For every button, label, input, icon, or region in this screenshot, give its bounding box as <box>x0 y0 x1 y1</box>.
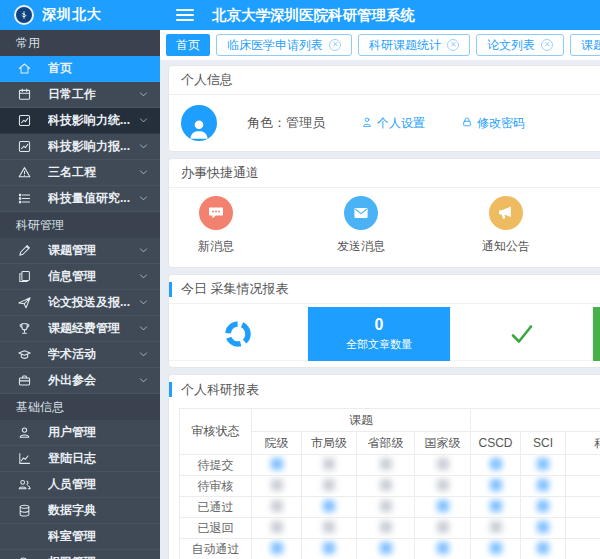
redacted-value <box>437 542 449 554</box>
sidebar-item-学术活动[interactable]: 学术活动 <box>0 342 160 368</box>
sidebar-item-label: 外出参会 <box>48 372 138 389</box>
sidebar-item-外出参会[interactable]: 外出参会 <box>0 368 160 394</box>
redacted-value <box>490 479 502 491</box>
sidebar-item-label: 数据字典 <box>48 502 150 519</box>
link-label: 修改密码 <box>477 115 525 132</box>
sidebar-item-科技影响力统[interactable]: 科技影响力统... <box>0 108 160 134</box>
stat-cell-color[interactable] <box>593 307 600 361</box>
chevron-down-icon <box>138 193 150 204</box>
stat-cell-article-count[interactable]: 0全部文章数量 <box>308 307 451 361</box>
value-cell[interactable] <box>566 518 600 539</box>
quick-item-新消息[interactable]: 新消息 <box>169 196 263 255</box>
sidebar-item-科室管理[interactable]: 科室管理 <box>0 524 160 550</box>
redacted-value <box>537 542 549 554</box>
value-cell[interactable] <box>521 455 566 476</box>
redacted-value <box>271 500 283 512</box>
redacted-value <box>323 521 335 533</box>
redacted-value <box>537 500 549 512</box>
close-tab-icon[interactable]: ✕ <box>447 39 459 51</box>
value-cell[interactable] <box>415 497 471 518</box>
row-label-待审核: 待审核 <box>180 476 252 497</box>
value-cell[interactable] <box>566 539 600 559</box>
redacted-value <box>323 479 335 491</box>
link-label: 个人设置 <box>377 115 425 132</box>
sidebar-item-label: 科技量值研究... <box>48 190 138 207</box>
close-tab-icon[interactable]: ✕ <box>541 39 553 51</box>
chevron-down-icon <box>138 245 150 256</box>
redacted-value <box>380 458 392 470</box>
sidebar-section-label: 常用 <box>0 30 160 56</box>
pen-icon <box>16 243 32 259</box>
research-report-table: 审核状态课题论文院级市局级省部级国家级CSCDSCI科技核心（统计源）期刊待提交… <box>179 408 600 559</box>
chevron-down-icon <box>138 271 150 282</box>
tab-课题费用报表[interactable]: 课题费用报表✕ <box>570 34 600 56</box>
value-cell[interactable] <box>521 539 566 559</box>
value-cell[interactable] <box>357 539 415 559</box>
redacted-value <box>380 500 392 512</box>
sidebar-item-信息管理[interactable]: 信息管理 <box>0 264 160 290</box>
close-tab-icon[interactable]: ✕ <box>329 39 341 51</box>
tab-科研课题统计[interactable]: 科研课题统计✕ <box>358 34 470 56</box>
sidebar-item-论文投送及报[interactable]: 论文投送及报... <box>0 290 160 316</box>
sidebar-item-首页[interactable]: 首页 <box>0 56 160 82</box>
logo[interactable]: 深圳北大 <box>0 0 160 30</box>
row-label-已退回: 已退回 <box>180 518 252 539</box>
stat-cell-pie-ring-icon[interactable] <box>169 307 308 361</box>
value-cell[interactable] <box>471 539 521 559</box>
sidebar-item-权限管理[interactable]: 权限管理 <box>0 550 160 559</box>
quick-item-发送消息[interactable]: 发送消息 <box>314 196 408 255</box>
tab-首页[interactable]: 首页 <box>166 34 210 56</box>
value-cell[interactable] <box>415 539 471 559</box>
value-cell[interactable] <box>566 497 600 518</box>
sidebar-item-科技量值研究[interactable]: 科技量值研究... <box>0 186 160 212</box>
value-cell[interactable] <box>302 539 357 559</box>
tab-论文列表[interactable]: 论文列表✕ <box>476 34 564 56</box>
quick-item-label: 通知公告 <box>482 238 530 255</box>
sidebar-item-课题管理[interactable]: 课题管理 <box>0 238 160 264</box>
sidebar-item-科技影响力报[interactable]: 科技影响力报... <box>0 134 160 160</box>
personal-settings-link[interactable]: 个人设置 <box>361 115 425 132</box>
chevron-down-icon <box>138 349 150 360</box>
mail-icon <box>344 196 378 230</box>
value-cell[interactable] <box>471 497 521 518</box>
menu-toggle-icon[interactable] <box>176 9 194 22</box>
role-text: 角色：管理员 <box>247 114 325 132</box>
value-cell[interactable] <box>471 476 521 497</box>
value-cell <box>357 497 415 518</box>
sidebar-item-人员管理[interactable]: 人员管理 <box>0 472 160 498</box>
tab-临床医学申请列表[interactable]: 临床医学申请列表✕ <box>216 34 352 56</box>
content: 个人信息 角色：管理员 个人设置修改密码 办事快捷通道 新消息发送消息通知公告 … <box>160 60 600 559</box>
value-cell[interactable] <box>521 518 566 539</box>
app-title: 北京大学深圳医院科研管理系统 <box>212 6 415 25</box>
quick-item-通知公告[interactable]: 通知公告 <box>459 196 553 255</box>
value-cell[interactable] <box>252 539 302 559</box>
sidebar-item-课题经费管理[interactable]: 课题经费管理 <box>0 316 160 342</box>
collect-report-title: 今日 采集情况报表 <box>169 275 600 304</box>
sidebar-item-用户管理[interactable]: 用户管理 <box>0 420 160 446</box>
users-icon <box>16 477 32 493</box>
sidebar-section-label: 基础信息 <box>0 394 160 420</box>
sidebar-item-label: 登陆日志 <box>48 450 150 467</box>
value-cell <box>357 518 415 539</box>
chevron-down-icon <box>138 375 150 386</box>
redacted-value <box>490 458 502 470</box>
section-marker <box>169 382 172 397</box>
value-cell[interactable] <box>566 455 600 476</box>
redacted-value <box>271 479 283 491</box>
change-password-link[interactable]: 修改密码 <box>461 115 525 132</box>
sidebar-item-数据字典[interactable]: 数据字典 <box>0 498 160 524</box>
sidebar-item-label: 首页 <box>48 60 150 77</box>
sidebar-item-登陆日志[interactable]: 登陆日志 <box>0 446 160 472</box>
research-report-card: 个人科研报表 审核状态课题论文院级市局级省部级国家级CSCDSCI科技核心（统计… <box>168 374 600 559</box>
stat-cell-check-icon[interactable] <box>451 307 593 361</box>
column-header-国家级: 国家级 <box>415 432 471 455</box>
value-cell[interactable] <box>521 497 566 518</box>
value-cell[interactable] <box>302 497 357 518</box>
value-cell[interactable] <box>471 455 521 476</box>
sidebar-item-三名工程[interactable]: 三名工程 <box>0 160 160 186</box>
sidebar-item-日常工作[interactable]: 日常工作 <box>0 82 160 108</box>
value-cell <box>357 476 415 497</box>
value-cell[interactable] <box>521 476 566 497</box>
value-cell[interactable] <box>252 455 302 476</box>
redacted-value <box>271 521 283 533</box>
